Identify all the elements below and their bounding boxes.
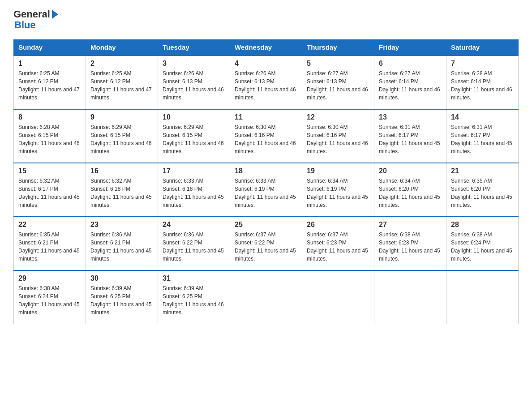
calendar-table: SundayMondayTuesdayWednesdayThursdayFrid… [13,39,519,324]
day-number: 22 [18,221,81,229]
day-info: Sunrise: 6:29 AM Sunset: 6:15 PM Dayligh… [163,123,225,155]
day-info: Sunrise: 6:37 AM Sunset: 6:23 PM Dayligh… [307,231,369,263]
calendar-day-cell [374,270,446,324]
calendar-day-cell: 14 Sunrise: 6:31 AM Sunset: 6:17 PM Dayl… [446,109,519,163]
day-info: Sunrise: 6:33 AM Sunset: 6:19 PM Dayligh… [235,177,297,209]
calendar-day-cell: 22 Sunrise: 6:35 AM Sunset: 6:21 PM Dayl… [14,217,86,270]
day-number: 26 [307,221,369,229]
day-number: 10 [163,113,225,121]
day-info: Sunrise: 6:29 AM Sunset: 6:15 PM Dayligh… [90,123,153,155]
calendar-day-cell: 2 Sunrise: 6:25 AM Sunset: 6:12 PM Dayli… [86,56,158,109]
logo: General Blue [13,9,58,30]
day-info: Sunrise: 6:36 AM Sunset: 6:22 PM Dayligh… [163,231,225,263]
day-info: Sunrise: 6:33 AM Sunset: 6:18 PM Dayligh… [163,177,225,209]
calendar-day-cell: 4 Sunrise: 6:26 AM Sunset: 6:13 PM Dayli… [230,56,302,109]
calendar-day-cell [302,270,374,324]
calendar-week-row: 29 Sunrise: 6:38 AM Sunset: 6:24 PM Dayl… [14,270,519,324]
day-number: 24 [163,221,225,229]
day-of-week-header: Saturday [446,40,519,56]
day-number: 5 [307,60,369,68]
day-info: Sunrise: 6:25 AM Sunset: 6:12 PM Dayligh… [18,69,81,102]
calendar-day-cell: 16 Sunrise: 6:32 AM Sunset: 6:18 PM Dayl… [86,163,158,217]
calendar-day-cell: 20 Sunrise: 6:34 AM Sunset: 6:20 PM Dayl… [374,163,446,217]
day-info: Sunrise: 6:35 AM Sunset: 6:21 PM Dayligh… [18,231,81,263]
day-info: Sunrise: 6:28 AM Sunset: 6:14 PM Dayligh… [451,69,514,102]
day-info: Sunrise: 6:39 AM Sunset: 6:25 PM Dayligh… [163,284,225,317]
day-number: 4 [235,60,297,68]
day-info: Sunrise: 6:38 AM Sunset: 6:23 PM Dayligh… [379,231,442,263]
day-number: 12 [307,113,369,121]
day-info: Sunrise: 6:34 AM Sunset: 6:20 PM Dayligh… [379,177,442,209]
calendar-day-cell: 26 Sunrise: 6:37 AM Sunset: 6:23 PM Dayl… [302,217,374,270]
day-number: 7 [451,60,514,68]
day-info: Sunrise: 6:30 AM Sunset: 6:16 PM Dayligh… [235,123,297,155]
day-info: Sunrise: 6:27 AM Sunset: 6:13 PM Dayligh… [307,69,369,102]
day-info: Sunrise: 6:30 AM Sunset: 6:16 PM Dayligh… [307,123,369,155]
day-info: Sunrise: 6:26 AM Sunset: 6:13 PM Dayligh… [235,69,297,102]
day-number: 29 [18,274,81,283]
day-info: Sunrise: 6:32 AM Sunset: 6:17 PM Dayligh… [18,177,81,209]
day-of-week-header: Tuesday [158,40,230,56]
calendar-day-cell: 10 Sunrise: 6:29 AM Sunset: 6:15 PM Dayl… [158,109,230,163]
day-number: 18 [235,167,297,175]
logo-arrow-icon [52,10,58,19]
day-of-week-header: Wednesday [230,40,302,56]
day-number: 6 [379,60,442,68]
calendar-day-cell: 27 Sunrise: 6:38 AM Sunset: 6:23 PM Dayl… [374,217,446,270]
day-number: 11 [235,113,297,121]
calendar-day-cell: 28 Sunrise: 6:38 AM Sunset: 6:24 PM Dayl… [446,217,519,270]
calendar-day-cell: 23 Sunrise: 6:36 AM Sunset: 6:21 PM Dayl… [86,217,158,270]
day-number: 17 [163,167,225,175]
calendar-day-cell [230,270,302,324]
calendar-day-cell: 25 Sunrise: 6:37 AM Sunset: 6:22 PM Dayl… [230,217,302,270]
calendar-day-cell: 3 Sunrise: 6:26 AM Sunset: 6:13 PM Dayli… [158,56,230,109]
day-info: Sunrise: 6:32 AM Sunset: 6:18 PM Dayligh… [90,177,153,209]
calendar-week-row: 1 Sunrise: 6:25 AM Sunset: 6:12 PM Dayli… [14,56,519,109]
calendar-day-cell: 30 Sunrise: 6:39 AM Sunset: 6:25 PM Dayl… [86,270,158,324]
day-number: 19 [307,167,369,175]
calendar-day-cell: 8 Sunrise: 6:28 AM Sunset: 6:15 PM Dayli… [14,109,86,163]
calendar-day-cell: 21 Sunrise: 6:35 AM Sunset: 6:20 PM Dayl… [446,163,519,217]
day-number: 1 [18,60,81,68]
calendar-day-cell: 17 Sunrise: 6:33 AM Sunset: 6:18 PM Dayl… [158,163,230,217]
day-of-week-header: Monday [86,40,158,56]
calendar-day-cell: 29 Sunrise: 6:38 AM Sunset: 6:24 PM Dayl… [14,270,86,324]
day-number: 13 [379,113,442,121]
day-number: 27 [379,221,442,229]
logo-blue: Blue [14,20,58,30]
day-info: Sunrise: 6:38 AM Sunset: 6:24 PM Dayligh… [451,231,514,263]
day-number: 20 [379,167,442,175]
day-info: Sunrise: 6:39 AM Sunset: 6:25 PM Dayligh… [90,284,153,317]
calendar-day-cell: 11 Sunrise: 6:30 AM Sunset: 6:16 PM Dayl… [230,109,302,163]
calendar-day-cell: 12 Sunrise: 6:30 AM Sunset: 6:16 PM Dayl… [302,109,374,163]
calendar-day-cell: 7 Sunrise: 6:28 AM Sunset: 6:14 PM Dayli… [446,56,519,109]
calendar-week-row: 22 Sunrise: 6:35 AM Sunset: 6:21 PM Dayl… [14,217,519,270]
day-number: 21 [451,167,514,175]
day-info: Sunrise: 6:35 AM Sunset: 6:20 PM Dayligh… [451,177,514,209]
day-number: 25 [235,221,297,229]
day-info: Sunrise: 6:31 AM Sunset: 6:17 PM Dayligh… [451,123,514,155]
day-of-week-header: Thursday [302,40,374,56]
calendar-day-cell: 18 Sunrise: 6:33 AM Sunset: 6:19 PM Dayl… [230,163,302,217]
day-number: 9 [90,113,153,121]
day-number: 23 [90,221,153,229]
day-info: Sunrise: 6:38 AM Sunset: 6:24 PM Dayligh… [18,284,81,317]
calendar-day-cell: 15 Sunrise: 6:32 AM Sunset: 6:17 PM Dayl… [14,163,86,217]
day-info: Sunrise: 6:28 AM Sunset: 6:15 PM Dayligh… [18,123,81,155]
day-info: Sunrise: 6:26 AM Sunset: 6:13 PM Dayligh… [163,69,225,102]
page-header: General Blue [13,9,519,30]
day-number: 8 [18,113,81,121]
calendar-week-row: 8 Sunrise: 6:28 AM Sunset: 6:15 PM Dayli… [14,109,519,163]
day-number: 16 [90,167,153,175]
day-number: 28 [451,221,514,229]
day-number: 3 [163,60,225,68]
calendar-week-row: 15 Sunrise: 6:32 AM Sunset: 6:17 PM Dayl… [14,163,519,217]
calendar-day-cell: 24 Sunrise: 6:36 AM Sunset: 6:22 PM Dayl… [158,217,230,270]
day-info: Sunrise: 6:37 AM Sunset: 6:22 PM Dayligh… [235,231,297,263]
calendar-day-cell [446,270,519,324]
day-number: 31 [163,274,225,283]
calendar-day-cell: 1 Sunrise: 6:25 AM Sunset: 6:12 PM Dayli… [14,56,86,109]
calendar-day-cell: 6 Sunrise: 6:27 AM Sunset: 6:14 PM Dayli… [374,56,446,109]
day-info: Sunrise: 6:31 AM Sunset: 6:17 PM Dayligh… [379,123,442,155]
day-number: 2 [90,60,153,68]
